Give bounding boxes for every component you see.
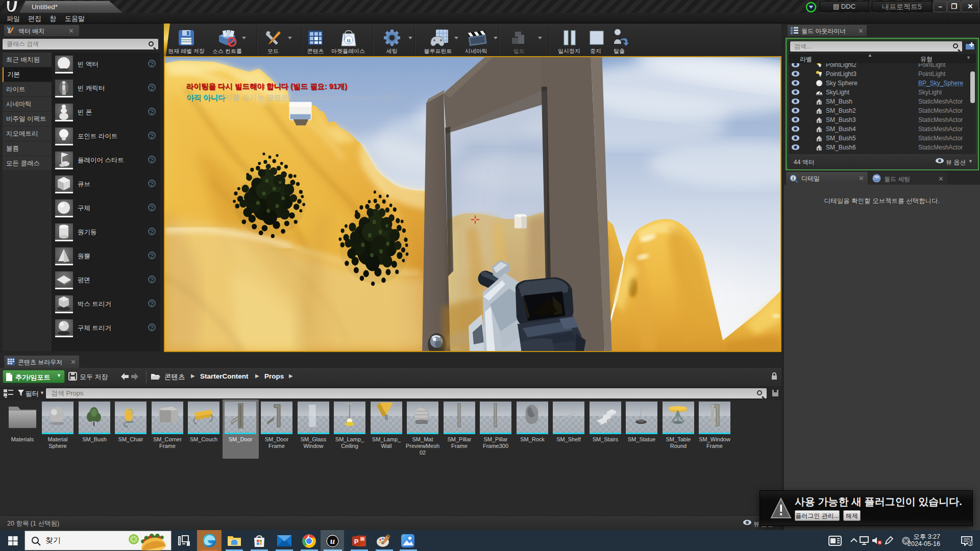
svg-text:u: u — [347, 36, 350, 44]
svg-text:u: u — [330, 536, 335, 546]
svg-text:i: i — [793, 176, 794, 181]
svg-text:라이팅을 다시 빌드해야 합니다 (빌드 필요: 91개): 라이팅을 다시 빌드해야 합니다 (빌드 필요: 91개) — [186, 82, 347, 90]
svg-text:P: P — [354, 538, 359, 545]
svg-text:시지를 숨기는 명령은 DisableAllScreenMe: 시지를 숨기는 명령은 DisableAllScreenMessages 입니다… — [218, 93, 407, 102]
svg-text:3: 3 — [969, 541, 971, 546]
